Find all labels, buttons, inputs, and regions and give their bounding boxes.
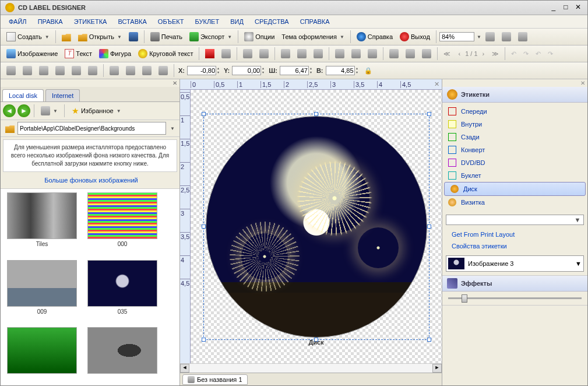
undo-button[interactable]: ↶ [508, 48, 519, 59]
page-prev-button[interactable]: ‹ [455, 48, 463, 59]
save-button[interactable] [126, 30, 141, 43]
effect-slider[interactable] [448, 297, 582, 299]
menu-insert[interactable]: ВСТАВКА [113, 16, 151, 27]
page-first-button[interactable]: ≪ [441, 48, 453, 59]
label-inside[interactable]: Внутри [442, 118, 587, 131]
delete-button[interactable] [202, 47, 217, 60]
path-folder-icon[interactable] [2, 122, 17, 135]
zoom-in-button[interactable] [483, 30, 498, 43]
handle-se[interactable] [427, 338, 431, 342]
open-button[interactable]: Открыть▼ [75, 30, 125, 43]
y-up[interactable]: ▴ [262, 66, 264, 71]
export-button[interactable]: Экспорт▼ [186, 30, 235, 43]
label-booklet[interactable]: Буклет [442, 169, 587, 182]
x-down[interactable]: ▾ [217, 71, 219, 75]
handle-nw[interactable] [202, 112, 206, 116]
minimize-button[interactable]: _ [549, 3, 558, 12]
tab-internet[interactable]: Internet [45, 89, 80, 101]
label-combo[interactable]: ▼ [446, 215, 584, 225]
align-right-button[interactable] [36, 64, 51, 77]
align-top-button[interactable] [52, 64, 68, 77]
path-input[interactable] [17, 122, 166, 135]
align-middle-button[interactable] [69, 64, 84, 77]
w-input[interactable] [280, 66, 309, 75]
object-dropdown[interactable]: ▼ [575, 260, 582, 267]
nav-forward-button[interactable]: ► [17, 104, 30, 117]
bring-front-button[interactable] [107, 64, 122, 77]
view-mode-button[interactable]: ▼ [38, 104, 61, 117]
right-panel-close[interactable]: ✕ [442, 79, 587, 87]
exit-button[interactable]: Выход [397, 30, 433, 43]
undo2-button[interactable]: ↶ [533, 48, 544, 59]
menu-edit[interactable]: ПРАВКА [33, 16, 68, 27]
page-next-button[interactable]: › [480, 48, 488, 59]
document-tab[interactable]: Без названия 1 [182, 374, 248, 385]
x-up[interactable]: ▴ [217, 66, 219, 71]
ungroup-button[interactable] [156, 64, 171, 77]
thumb-misc2[interactable] [84, 327, 160, 382]
label-back[interactable]: Сзади [442, 131, 587, 143]
zoom-fit-button[interactable] [515, 30, 530, 43]
thumb-tiles[interactable]: Tiles [4, 192, 80, 255]
lock-button[interactable] [332, 47, 347, 60]
redo-button[interactable]: ↷ [520, 48, 531, 59]
y-down[interactable]: ▾ [262, 71, 264, 75]
maximize-button[interactable]: □ [561, 3, 571, 12]
theme-button[interactable]: Тема оформления▼ [279, 31, 347, 42]
zoom-input[interactable] [439, 32, 474, 41]
align-center-button[interactable] [20, 64, 35, 77]
menu-object[interactable]: ОБЪЕКТ [153, 16, 189, 27]
close-button[interactable]: ✕ [573, 3, 583, 12]
zoom-out-button[interactable] [499, 30, 514, 43]
cut-button[interactable] [278, 47, 293, 60]
label-disk[interactable]: Диск [444, 182, 586, 196]
undo-tool-button[interactable] [240, 47, 255, 60]
help-button[interactable]: Справка [354, 30, 396, 43]
canvas-close[interactable]: ✕ [434, 80, 439, 88]
thumb-009[interactable]: 009 [4, 260, 80, 323]
align-left-button[interactable] [3, 64, 19, 77]
menu-file[interactable]: ФАЙЛ [4, 16, 31, 27]
w-up[interactable]: ▴ [310, 66, 312, 71]
options-button[interactable]: Опции [241, 30, 277, 43]
h-input[interactable] [326, 66, 355, 75]
effect2-button[interactable] [365, 47, 380, 60]
page-last-button[interactable]: ≫ [489, 48, 502, 59]
guide-button[interactable] [419, 47, 434, 60]
open-folder-button[interactable] [59, 30, 74, 43]
menu-label[interactable]: ЭТИКЕТКА [69, 16, 112, 27]
redo2-button[interactable]: ↷ [545, 48, 556, 59]
copy-button[interactable] [294, 47, 309, 60]
menu-view[interactable]: ВИД [226, 16, 248, 27]
thumb-035[interactable]: 035 [84, 260, 160, 323]
insert-text-button[interactable]: TТекст [62, 47, 95, 60]
left-panel-close[interactable]: ✕ [1, 79, 179, 87]
label-dvd[interactable]: DVD/BD [442, 156, 587, 169]
menu-help[interactable]: СПРАВКА [295, 16, 335, 27]
grid-button[interactable] [386, 47, 402, 60]
paste-button[interactable] [311, 47, 326, 60]
print-button[interactable]: Печать [147, 30, 185, 43]
snap-button[interactable] [403, 47, 418, 60]
thumb-misc1[interactable] [4, 327, 80, 382]
tab-local-disk[interactable]: Local disk [2, 89, 44, 101]
h-up[interactable]: ▴ [356, 66, 358, 71]
effect1-button[interactable] [348, 47, 364, 60]
label-combo-input[interactable] [448, 216, 573, 223]
handle-ne[interactable] [427, 112, 431, 116]
canvas[interactable]: Диск [191, 90, 442, 363]
zoom-dropdown[interactable]: ▼ [477, 34, 481, 40]
send-back-button[interactable] [123, 64, 138, 77]
more-backgrounds-link[interactable]: Больше фоновых изображений [40, 174, 140, 186]
slider-thumb[interactable] [462, 294, 467, 303]
w-down[interactable]: ▾ [310, 71, 312, 75]
get-print-layout-link[interactable]: Get From Print Layout [442, 229, 587, 240]
label-properties-link[interactable]: Свойства этикетки [442, 240, 587, 252]
handle-w[interactable] [202, 224, 206, 229]
circular-text-button[interactable]: Круговой текст [135, 47, 196, 60]
scrollbar-horizontal[interactable]: ◄ ► [180, 363, 442, 373]
insert-shape-button[interactable]: Фигура [96, 47, 134, 60]
handle-e[interactable] [427, 224, 431, 229]
scroll-left-button[interactable]: ◄ [180, 364, 189, 373]
new-button[interactable]: Создать▼ [3, 30, 52, 43]
